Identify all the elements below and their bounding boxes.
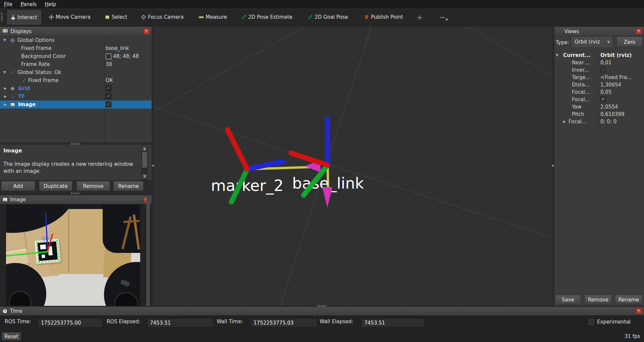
duplicate-button[interactable]: Duplicate [39, 182, 72, 191]
tool-select[interactable]: Select [105, 10, 127, 24]
save-view-button[interactable]: Save [555, 295, 581, 304]
chevron-right-icon[interactable]: ▶ [4, 84, 7, 92]
collapse-left-icon[interactable]: ◀ [152, 164, 154, 167]
reset-button[interactable]: Reset [2, 333, 21, 341]
rename-view-button[interactable]: Rename [615, 295, 643, 304]
zero-button[interactable]: Zero [616, 37, 643, 47]
chevron-down-icon[interactable]: ▼ [556, 52, 558, 59]
wall-time-field[interactable]: 1752253775.03 [251, 318, 317, 328]
add-button[interactable]: Add [1, 182, 35, 191]
displays-row-background-color[interactable]: Background Color 48; 48; 48 [0, 52, 152, 60]
displays-row-fixed-frame[interactable]: Fixed Frame base_link [0, 44, 152, 52]
experimental-checkbox[interactable] [589, 319, 594, 325]
grid-icon [10, 86, 15, 91]
views-panel: Views ✕ Type: Orbit (rviz ▼ Zero ▼ Curre… [554, 27, 644, 306]
tool-move-camera[interactable]: Move Camera [49, 10, 91, 24]
row-label: TF [18, 92, 25, 100]
tool-publish-point[interactable]: Publish Point [364, 10, 403, 24]
row-value[interactable]: 48; 48; 48 [113, 52, 139, 60]
tool-2d-goal-pose[interactable]: 2D Goal Pose [308, 10, 348, 24]
views-row-pitch[interactable]: Pitch 0,610399 [554, 111, 644, 118]
ros-time-field[interactable]: 1752253775.00 [38, 318, 103, 328]
row-value[interactable]: 30 [106, 60, 112, 68]
views-row-yaw[interactable]: Yaw 2,0554 [554, 103, 644, 111]
description-scrollbar[interactable]: ▲ ▼ [142, 145, 148, 180]
row-value[interactable]: 0; 0; 0 [600, 118, 616, 125]
displays-row-status-fixed-frame[interactable]: ✓ Fixed Frame OK [0, 76, 152, 84]
menu-help[interactable]: Help [41, 1, 60, 7]
displays-row-image[interactable]: ▶ Image ✓ [0, 100, 152, 109]
tf-scene: marker_2 base_link [154, 27, 552, 306]
add-tool-button[interactable]: + [417, 10, 423, 24]
tool-interact[interactable]: Interact [7, 10, 41, 24]
viewport-3d[interactable]: marker_2 base_link [154, 27, 552, 306]
row-value[interactable]: 0,05 [600, 88, 611, 96]
remove-button-label: Remove [588, 297, 608, 303]
row-value[interactable]: 0,01 [600, 59, 611, 66]
rename-button[interactable]: Rename [113, 182, 144, 191]
collapse-right-icon[interactable]: ▶ [552, 164, 554, 167]
displays-row-global-options[interactable]: ▼ Global Options [0, 36, 152, 44]
chevron-right-icon[interactable]: ▶ [4, 100, 7, 109]
tool-2d-pose-estimate[interactable]: 2D Pose Estimate [241, 10, 292, 24]
row-label: Targe... [572, 74, 590, 81]
views-panel-title: Views [565, 28, 579, 35]
row-value[interactable]: <Fixed Fra... [600, 74, 632, 81]
remove-view-button[interactable]: Remove [584, 295, 612, 304]
displays-row-grid[interactable]: ▶ Grid ✓ [0, 84, 152, 92]
gear-icon [10, 38, 15, 43]
scroll-up-icon[interactable]: ▲ [142, 146, 147, 151]
views-row-focal-shape-size[interactable]: Focal... 0,05 [554, 88, 644, 96]
row-value[interactable]: base_link [106, 44, 129, 52]
tool-measure[interactable]: Measure [199, 10, 227, 24]
displays-row-global-status[interactable]: ▼ ✓ Global Status: Ok [0, 68, 152, 76]
focal-fixed-checkbox[interactable]: ✓ [600, 96, 606, 102]
close-icon[interactable]: ✕ [144, 28, 149, 34]
row-label: Inver... [572, 66, 589, 74]
chevron-down-icon[interactable]: ▼ [3, 36, 6, 44]
dock-separator[interactable] [146, 195, 150, 306]
views-row-focal-point[interactable]: ▶ Focal... 0; 0; 0 [554, 118, 644, 125]
grid-enabled-checkbox[interactable]: ✓ [106, 85, 111, 91]
chevron-right-icon[interactable]: ▶ [563, 118, 566, 125]
color-swatch[interactable] [106, 54, 111, 59]
remove-tool-button[interactable]: − [439, 10, 445, 24]
ros-elapsed-field[interactable]: 7453.51 [147, 318, 214, 328]
view-type-dropdown[interactable]: Orbit (rviz ▼ [572, 37, 612, 47]
chevron-down-icon[interactable]: ▼ [445, 18, 448, 21]
views-row-invert[interactable]: Inver... [554, 66, 644, 74]
invert-checkbox[interactable] [600, 67, 606, 72]
displays-row-tf[interactable]: ▶ TF ✓ [0, 92, 152, 100]
views-row-focal-shape-fixed[interactable]: Focal... ✓ [554, 96, 644, 103]
ros-elapsed-value: 7453.51 [150, 320, 171, 326]
row-value[interactable]: 0,610399 [600, 111, 625, 118]
displays-row-frame-rate[interactable]: Frame Rate 30 [0, 60, 152, 68]
image-enabled-checkbox[interactable]: ✓ [106, 101, 111, 107]
image-icon [2, 197, 8, 202]
views-row-current[interactable]: ▼ Current... Orbit (rviz) [554, 52, 644, 59]
tool-focus-camera[interactable]: Focus Camera [141, 10, 183, 24]
views-row-near[interactable]: Near ... 0,01 [554, 59, 644, 66]
tf-enabled-checkbox[interactable]: ✓ [106, 93, 111, 99]
row-value[interactable]: 1,30654 [600, 81, 621, 88]
chevron-down-icon[interactable]: ▼ [3, 68, 6, 76]
scroll-down-icon[interactable]: ▼ [142, 174, 147, 179]
tool-focus-camera-label: Focus Camera [148, 14, 183, 20]
views-row-distance[interactable]: Dista... 1,30654 [554, 81, 644, 88]
scrollbar-thumb[interactable] [142, 152, 147, 167]
splitter[interactable] [0, 142, 152, 145]
row-value[interactable]: 2,0554 [600, 103, 618, 111]
remove-button[interactable]: Remove [76, 182, 110, 191]
green-arrow-icon [241, 14, 247, 20]
menu-panels[interactable]: Panels [16, 1, 41, 7]
check-icon: ✓ [22, 76, 26, 84]
tool-measure-label: Measure [206, 14, 227, 20]
splitter-handle[interactable] [71, 193, 80, 194]
chevron-right-icon[interactable]: ▶ [4, 92, 7, 100]
menu-file[interactable]: File [0, 1, 16, 7]
toolbar-drag-handle[interactable] [1, 13, 3, 21]
close-icon[interactable]: ✕ [636, 28, 642, 34]
close-icon[interactable]: ✕ [636, 308, 642, 314]
wall-elapsed-field[interactable]: 7453.51 [361, 318, 424, 328]
views-row-target[interactable]: Targe... <Fixed Fra... [554, 74, 644, 81]
